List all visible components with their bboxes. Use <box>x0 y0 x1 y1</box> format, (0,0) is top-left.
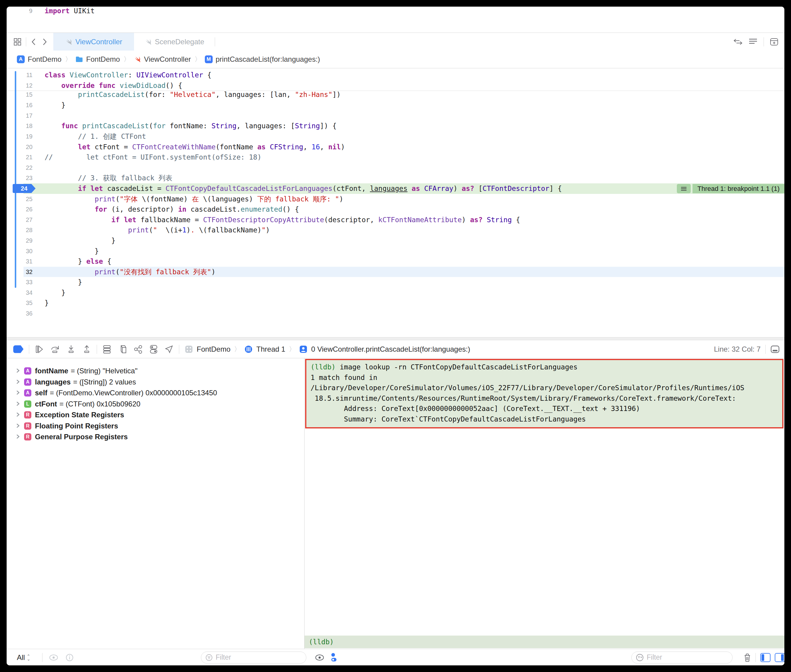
debug-breadcrumb-frame[interactable]: 0 ViewController.printCascadeList(for:la… <box>311 345 470 354</box>
code-line-22[interactable]: 22 <box>6 163 785 173</box>
line-number: 28 <box>6 225 32 235</box>
code-line-36[interactable]: 36 <box>6 308 785 319</box>
line-number: 15 <box>6 91 32 100</box>
variables-scope-selector[interactable]: All ⌃⌃ <box>17 649 30 666</box>
disclosure-chevron-icon[interactable] <box>16 433 21 441</box>
console-filter-field[interactable] <box>631 649 733 666</box>
code-line-23[interactable]: 23 // 3. 获取 fallback 列表 <box>6 173 785 183</box>
breadcrumb-item[interactable]: FontDemo <box>75 55 120 64</box>
console-output-line: /Library/Developer/CoreSimulator/Volumes… <box>306 382 782 393</box>
code-line-12[interactable]: 12 override func viewDidLoad() { <box>6 80 785 91</box>
code-line-11[interactable]: 11class ViewController: UIViewController… <box>6 70 785 80</box>
breakpoints-enabled-toggle[interactable] <box>13 345 24 353</box>
debug-breadcrumb-app[interactable]: FontDemo <box>197 345 230 354</box>
variable-row[interactable]: LctFont = (CTFont) 0x105b09620 <box>6 398 304 410</box>
step-over-icon[interactable] <box>50 345 60 354</box>
environment-overrides-icon[interactable] <box>149 345 158 354</box>
code-line-24[interactable]: 24 if let cascadeList = CTFontCopyDefaul… <box>6 183 785 194</box>
console-filter-input[interactable] <box>646 653 728 662</box>
code-line-18[interactable]: 18 func printCascadeList(for fontName: S… <box>6 121 785 131</box>
code-line-34[interactable]: 34 } <box>6 288 785 298</box>
adjust-editor-icon[interactable] <box>749 38 757 45</box>
disclosure-chevron-icon[interactable] <box>16 367 21 375</box>
variables-filter-field[interactable] <box>201 649 306 666</box>
line-number: 34 <box>6 288 32 298</box>
disclosure-chevron-icon[interactable] <box>16 400 21 408</box>
variable-row[interactable]: RGeneral Purpose Registers <box>6 432 304 443</box>
breakpoint-menu-icon[interactable] <box>677 184 691 193</box>
variable-row[interactable]: Alanguages = ([String]) 2 values <box>6 377 304 388</box>
show-variables-view-toggle[interactable] <box>760 649 770 666</box>
tab-scenedelegate[interactable]: SceneDelegate <box>134 33 215 51</box>
disclosure-chevron-icon[interactable] <box>16 389 21 397</box>
code-line-25[interactable]: 25 print("字体 \(fontName) 在 \(languages) … <box>6 194 785 205</box>
debug-toolbar: FontDemo 〉 Thread 1 〉 0 ViewController.p… <box>6 340 785 358</box>
lldb-prompt-line[interactable]: (lldb) <box>305 635 785 648</box>
code-line-16[interactable]: 16 } <box>6 100 785 110</box>
breadcrumb-item[interactable]: ViewController <box>134 55 191 64</box>
code-line-35[interactable]: 35} <box>6 298 785 308</box>
editor-debug-splitter[interactable] <box>6 337 785 340</box>
variable-row[interactable]: RFloating Point Registers <box>6 421 304 432</box>
variables-quicklook-icon[interactable] <box>49 649 58 666</box>
xcode-window: 9import UIKit ViewController Sc <box>6 6 785 666</box>
code-line-31[interactable]: 31 } else { <box>6 256 785 267</box>
variable-kind-badge: A <box>24 378 31 386</box>
code-text: } <box>45 298 49 308</box>
hide-debug-area-icon[interactable] <box>770 345 780 353</box>
step-into-icon[interactable] <box>67 345 75 354</box>
breadcrumb-item[interactable]: AFontDemo <box>17 55 61 64</box>
code-line-30[interactable]: 30 } <box>6 246 785 256</box>
code-line-28[interactable]: 28 print(" \(i+1). \(fallbackName)") <box>6 225 785 235</box>
code-line-19[interactable]: 19 // 1. 创建 CTFont <box>6 131 785 142</box>
console-panel[interactable]: (lldb) image lookup -rn CTFontCopyDefaul… <box>305 358 785 666</box>
debug-breadcrumb-thread[interactable]: Thread 1 <box>256 345 285 354</box>
back-chevron-icon[interactable] <box>30 38 37 46</box>
forward-chevron-icon[interactable] <box>41 38 48 46</box>
console-quicklook-icon[interactable] <box>315 649 324 666</box>
code-line-27[interactable]: 27 if let fallbackName = CTFontDescripto… <box>6 215 785 225</box>
code-editor[interactable]: 11class ViewController: UIViewController… <box>6 69 785 337</box>
console-output-line: (lldb) image lookup -rn CTFontCopyDefaul… <box>306 362 782 373</box>
related-items-icon[interactable] <box>13 38 22 46</box>
variable-kind-badge: R <box>24 411 31 419</box>
variables-info-icon[interactable] <box>66 649 74 666</box>
step-out-icon[interactable] <box>82 345 91 354</box>
breakpoint-thread-badge[interactable]: Thread 1: breakpoint 1.1 (1) <box>677 184 785 193</box>
code-line-20[interactable]: 20 let ctFont = CTFontCreateWithName(fon… <box>6 142 785 152</box>
debug-view-hierarchy-icon[interactable] <box>103 345 111 354</box>
console-output-mode-icon[interactable] <box>331 649 338 666</box>
code-line-33[interactable]: 33 } <box>6 277 785 288</box>
add-editor-icon[interactable] <box>770 38 778 46</box>
debug-memory-graph-icon[interactable] <box>118 345 127 354</box>
code-line-21[interactable]: 21// let ctFont = UIFont.systemFont(ofSi… <box>6 152 785 163</box>
code-line-29[interactable]: 29 } <box>6 235 785 246</box>
variable-row[interactable]: Aself = (FontDemo.ViewController) 0x0000… <box>6 387 304 398</box>
tab-viewcontroller[interactable]: ViewController <box>53 33 134 51</box>
process-graph-icon[interactable] <box>134 345 143 354</box>
variable-row[interactable]: RException State Registers <box>6 410 304 421</box>
breakpoint-marker[interactable]: 24 <box>13 184 35 193</box>
code-line-32[interactable]: 32 print("没有找到 fallback 列表") <box>6 267 785 277</box>
code-text: // 3. 获取 fallback 列表 <box>45 173 172 183</box>
divider <box>765 345 766 354</box>
code-text: print(" \(i+1). \(fallbackName)") <box>45 225 270 235</box>
disclosure-chevron-icon[interactable] <box>16 411 21 419</box>
breadcrumb-label: printCascadeList(for:languages:) <box>216 55 320 64</box>
disclosure-chevron-icon[interactable] <box>16 422 21 430</box>
simulate-location-icon[interactable] <box>164 345 173 354</box>
variable-row[interactable]: AfontName = (String) "Helvetica" <box>6 365 304 377</box>
clear-console-icon[interactable] <box>743 649 751 666</box>
jump-bar-breadcrumb: AFontDemo〉FontDemo〉ViewController〉Mprint… <box>6 51 785 68</box>
variables-filter-input[interactable] <box>215 653 302 662</box>
code-line-26[interactable]: 26 for (i, descriptor) in cascadeList.en… <box>6 204 785 215</box>
breadcrumb-item[interactable]: MprintCascadeList(for:languages:) <box>205 55 320 64</box>
code-line-15[interactable]: 15 printCascadeList(for: "Helvetica", la… <box>6 91 785 100</box>
code-review-icon[interactable] <box>733 38 743 46</box>
code-line-17[interactable]: 17 <box>6 110 785 121</box>
show-console-toggle[interactable] <box>775 649 785 666</box>
disclosure-chevron-icon[interactable] <box>16 378 21 386</box>
continue-execution-icon[interactable] <box>35 345 44 354</box>
line-number: 33 <box>6 277 32 288</box>
line-number: 35 <box>6 298 32 308</box>
